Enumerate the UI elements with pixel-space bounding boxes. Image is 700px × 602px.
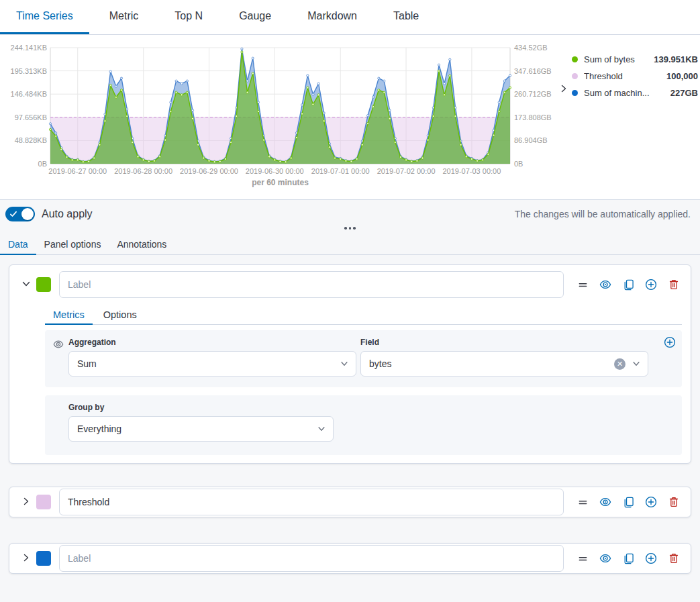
add-series-plus-icon[interactable] [645, 496, 657, 508]
add-series-plus-icon[interactable] [645, 552, 657, 564]
svg-text:2019-06-30 00:00: 2019-06-30 00:00 [246, 167, 304, 175]
toggle-visibility-eye-icon[interactable] [599, 496, 611, 508]
svg-text:434.52GB: 434.52GB [514, 44, 548, 52]
svg-text:2019-07-03 00:00: 2019-07-03 00:00 [442, 167, 501, 175]
group-by-label: Group by [68, 403, 674, 412]
chart-legend: Sum of bytes 139.951KB Threshold 100,000… [572, 51, 698, 101]
legend-dot-green [572, 56, 578, 62]
chevron-down-icon [340, 359, 349, 368]
svg-text:244.141KB: 244.141KB [11, 44, 47, 52]
series-label-input[interactable] [59, 489, 564, 515]
legend-value: 100,000 [666, 71, 698, 81]
svg-text:0B: 0B [38, 160, 47, 168]
visualization-type-tabs: Time Series Metric Top N Gauge Markdown … [0, 0, 700, 35]
tab-time-series[interactable]: Time Series [0, 0, 89, 34]
editor-config-section: Auto apply The changes will be automatic… [0, 199, 700, 602]
series-label-input[interactable] [59, 271, 564, 298]
svg-text:173.808GB: 173.808GB [514, 113, 552, 121]
tab-gauge[interactable]: Gauge [223, 0, 287, 34]
aggregation-label: Aggregation [68, 338, 356, 347]
aggregation-value: Sum [77, 358, 340, 369]
auto-apply-label: Auto apply [42, 208, 93, 220]
legend-dot-blue [572, 90, 578, 96]
expand-chevron-right-icon[interactable] [18, 550, 34, 566]
series-label-input[interactable] [59, 545, 564, 572]
toggle-visibility-eye-icon[interactable] [599, 279, 611, 291]
series-card-3 [9, 543, 691, 574]
legend-label: Threshold [584, 71, 623, 81]
tab-markdown[interactable]: Markdown [291, 0, 373, 34]
drag-reorder-icon[interactable] [577, 279, 589, 291]
editor-tabs: Data Panel options Annotations [0, 235, 700, 255]
toggle-visibility-eye-icon[interactable] [599, 552, 611, 564]
series-color-swatch[interactable] [36, 551, 51, 566]
auto-apply-note: The changes will be automatically applie… [515, 209, 695, 219]
aggregation-select[interactable]: Sum [68, 351, 356, 377]
legend-label: Sum of machin... [584, 88, 650, 98]
series-tabs: Metrics Options [45, 306, 682, 325]
tab-metric[interactable]: Metric [93, 0, 155, 34]
tab-top-n[interactable]: Top N [158, 0, 219, 34]
tab-panel-options[interactable]: Panel options [36, 235, 109, 255]
clear-field-x-icon[interactable]: ✕ [614, 358, 626, 370]
field-label: Field [360, 338, 648, 347]
series-card-2 [9, 487, 691, 517]
tab-options[interactable]: Options [95, 306, 145, 325]
svg-text:2019-06-29 00:00: 2019-06-29 00:00 [180, 167, 238, 175]
legend-item-sum-of-bytes[interactable]: Sum of bytes 139.951KB [572, 51, 698, 68]
series-color-swatch[interactable] [36, 277, 51, 292]
chevron-down-icon [317, 424, 326, 434]
svg-text:195.313KB: 195.313KB [11, 67, 47, 75]
tab-annotations[interactable]: Annotations [109, 235, 174, 255]
tab-data[interactable]: Data [0, 235, 36, 255]
drag-reorder-icon[interactable] [577, 552, 589, 564]
svg-text:2019-06-27 00:00: 2019-06-27 00:00 [48, 167, 107, 175]
panel-resize-handle[interactable] [0, 221, 700, 235]
svg-text:per 60 minutes: per 60 minutes [252, 178, 309, 187]
add-series-plus-icon[interactable] [645, 279, 657, 291]
check-icon [9, 210, 17, 218]
svg-text:2019-07-02 00:00: 2019-07-02 00:00 [377, 167, 436, 175]
expand-chevron-right-icon[interactable] [18, 494, 34, 510]
group-by-value: Everything [77, 423, 317, 434]
delete-series-trash-icon[interactable] [668, 552, 680, 564]
svg-text:48.828KB: 48.828KB [15, 136, 47, 144]
collapse-chevron-down-icon[interactable] [18, 277, 34, 293]
legend-item-sum-of-machine[interactable]: Sum of machin... 227GB [572, 85, 698, 101]
series-card-1: Metrics Options Aggregation Sum [9, 264, 691, 464]
legend-label: Sum of bytes [584, 54, 635, 64]
metric-row: Aggregation Sum Field bytes ✕ [45, 330, 682, 387]
delete-series-trash-icon[interactable] [668, 279, 680, 291]
auto-apply-toggle[interactable] [5, 207, 35, 221]
svg-text:2019-07-01 00:00: 2019-07-01 00:00 [311, 167, 370, 175]
legend-collapse-chevron-right-icon[interactable] [558, 83, 570, 95]
clone-series-copy-icon[interactable] [622, 552, 634, 564]
svg-text:347.616GB: 347.616GB [514, 67, 552, 75]
legend-value: 139.951KB [654, 54, 698, 64]
svg-text:86.904GB: 86.904GB [514, 136, 548, 144]
svg-text:97.656KB: 97.656KB [15, 113, 47, 121]
field-value: bytes [369, 358, 614, 369]
tab-table[interactable]: Table [377, 0, 435, 34]
drag-reorder-icon[interactable] [577, 496, 589, 508]
group-by-select[interactable]: Everything [68, 416, 334, 442]
add-metric-plus-icon[interactable] [664, 336, 676, 348]
svg-text:146.484KB: 146.484KB [11, 90, 47, 98]
chevron-down-icon [632, 359, 641, 368]
svg-text:260.712GB: 260.712GB [514, 90, 552, 98]
group-by-row: Group by Everything [45, 395, 682, 455]
series-color-swatch[interactable] [36, 495, 51, 509]
delete-series-trash-icon[interactable] [668, 496, 680, 508]
clone-series-copy-icon[interactable] [622, 279, 634, 291]
legend-item-threshold[interactable]: Threshold 100,000 [572, 68, 698, 85]
legend-value: 227GB [670, 88, 698, 98]
metric-eye-icon[interactable] [53, 339, 64, 352]
field-select[interactable]: bytes ✕ [360, 351, 648, 377]
svg-text:0B: 0B [514, 160, 523, 168]
legend-dot-pink [572, 73, 578, 79]
svg-text:2019-06-28 00:00: 2019-06-28 00:00 [114, 167, 172, 175]
time-series-chart: 0B48.828KB97.656KB146.484KB195.313KB244.… [0, 35, 700, 199]
clone-series-copy-icon[interactable] [622, 496, 634, 508]
tab-metrics[interactable]: Metrics [45, 306, 93, 325]
auto-apply-row: Auto apply The changes will be automatic… [0, 200, 700, 221]
